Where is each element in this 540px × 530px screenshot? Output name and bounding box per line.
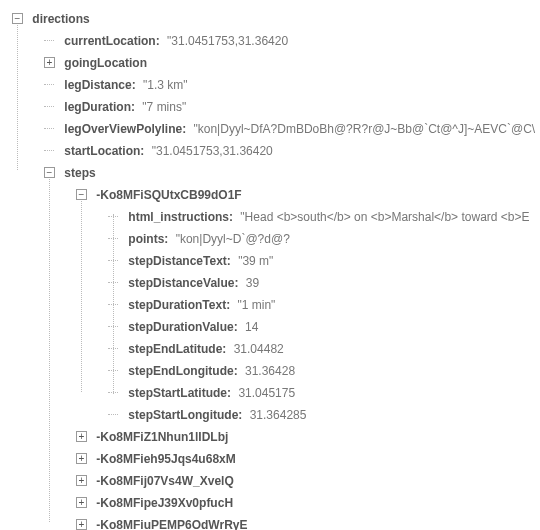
node-step-1[interactable]: -Ko8MFiZ1Nhun1lIDLbj — [12, 426, 540, 448]
field-value: 31.045175 — [238, 386, 295, 400]
leaf-icon — [108, 365, 119, 376]
node-stepStartLongitude[interactable]: stepStartLongitude: 31.364285 — [12, 404, 540, 426]
leaf-icon — [44, 79, 55, 90]
field-value: "1 min" — [237, 298, 275, 312]
leaf-icon — [108, 233, 119, 244]
expand-icon[interactable] — [76, 453, 87, 464]
tree-root: directions currentLocation: "31.0451753,… — [0, 0, 540, 530]
leaf-icon — [108, 343, 119, 354]
leaf-icon — [108, 387, 119, 398]
field-value: "39 m" — [238, 254, 273, 268]
field-value: "7 mins" — [142, 100, 186, 114]
expand-icon[interactable] — [76, 475, 87, 486]
leaf-icon — [108, 277, 119, 288]
collapse-icon[interactable] — [76, 189, 87, 200]
node-label: -Ko8MFieh95Jqs4u68xM — [96, 452, 235, 466]
field-key: stepDurationValue: — [128, 320, 237, 334]
collapse-icon[interactable] — [44, 167, 55, 178]
field-key: legDuration: — [64, 100, 135, 114]
field-value: 39 — [246, 276, 259, 290]
node-stepDistanceValue[interactable]: stepDistanceValue: 39 — [12, 272, 540, 294]
node-label: directions — [32, 12, 89, 26]
field-value: "Head <b>south</b> on <b>Marshal</b> tow… — [240, 210, 529, 224]
node-html-instructions[interactable]: html_instructions: "Head <b>south</b> on… — [12, 206, 540, 228]
leaf-icon — [108, 255, 119, 266]
field-value: "1.3 km" — [143, 78, 188, 92]
node-currentLocation[interactable]: currentLocation: "31.0451753,31.36420 — [12, 30, 540, 52]
node-legDuration[interactable]: legDuration: "7 mins" — [12, 96, 540, 118]
field-key: stepDistanceValue: — [128, 276, 238, 290]
node-stepEndLongitude[interactable]: stepEndLongitude: 31.36428 — [12, 360, 540, 382]
expand-icon[interactable] — [76, 497, 87, 508]
field-key: stepEndLongitude: — [128, 364, 237, 378]
node-step-4[interactable]: -Ko8MFipeJ39Xv0pfucH — [12, 492, 540, 514]
field-value: "kon|Dyyl~DfA?DmBDoBh@?R?r@J~Bb@`Ct@^J]~… — [194, 122, 536, 136]
node-step-5[interactable]: -Ko8MFiuPEMP6OdWrRyE — [12, 514, 540, 530]
expand-icon[interactable] — [44, 57, 55, 68]
field-value: 14 — [245, 320, 258, 334]
field-key: stepStartLatitude: — [128, 386, 231, 400]
field-key: stepEndLatitude: — [128, 342, 226, 356]
node-step-3[interactable]: -Ko8MFij07Vs4W_XvelQ — [12, 470, 540, 492]
field-key: stepDurationText: — [128, 298, 230, 312]
field-key: currentLocation: — [64, 34, 159, 48]
node-legDistance[interactable]: legDistance: "1.3 km" — [12, 74, 540, 96]
node-label: -Ko8MFij07Vs4W_XvelQ — [96, 474, 233, 488]
node-label: -Ko8MFiZ1Nhun1lIDLbj — [96, 430, 228, 444]
node-step-0[interactable]: -Ko8MFiSQUtxCB99dO1F — [12, 184, 540, 206]
field-value: 31.364285 — [250, 408, 307, 422]
node-label: -Ko8MFipeJ39Xv0pfucH — [96, 496, 233, 510]
collapse-icon[interactable] — [12, 13, 23, 24]
node-stepDistanceText[interactable]: stepDistanceText: "39 m" — [12, 250, 540, 272]
node-points[interactable]: points: "kon|Dyyl~D`@?d@? — [12, 228, 540, 250]
node-steps[interactable]: steps — [12, 162, 540, 184]
node-stepDurationValue[interactable]: stepDurationValue: 14 — [12, 316, 540, 338]
expand-icon[interactable] — [76, 519, 87, 530]
field-value: 31.36428 — [245, 364, 295, 378]
node-legOverViewPolyline[interactable]: legOverViewPolyline: "kon|Dyyl~DfA?DmBDo… — [12, 118, 540, 140]
node-label: -Ko8MFiuPEMP6OdWrRyE — [96, 518, 247, 530]
field-key: startLocation: — [64, 144, 144, 158]
leaf-icon — [108, 321, 119, 332]
node-label: steps — [64, 166, 95, 180]
leaf-icon — [108, 409, 119, 420]
field-key: html_instructions: — [128, 210, 233, 224]
leaf-icon — [44, 35, 55, 46]
field-value: "kon|Dyyl~D`@?d@? — [176, 232, 290, 246]
field-key: legDistance: — [64, 78, 135, 92]
field-key: stepStartLongitude: — [128, 408, 242, 422]
node-directions[interactable]: directions — [12, 8, 540, 30]
leaf-icon — [44, 145, 55, 156]
node-label: goingLocation — [64, 56, 147, 70]
field-value: "31.0451753,31.36420 — [167, 34, 288, 48]
leaf-icon — [44, 101, 55, 112]
expand-icon[interactable] — [76, 431, 87, 442]
leaf-icon — [108, 299, 119, 310]
field-key: legOverViewPolyline: — [64, 122, 186, 136]
field-key: points: — [128, 232, 168, 246]
node-stepStartLatitude[interactable]: stepStartLatitude: 31.045175 — [12, 382, 540, 404]
field-value: 31.04482 — [234, 342, 284, 356]
field-key: stepDistanceText: — [128, 254, 230, 268]
leaf-icon — [44, 123, 55, 134]
node-label: -Ko8MFiSQUtxCB99dO1F — [96, 188, 241, 202]
field-value: "31.0451753,31.36420 — [152, 144, 273, 158]
node-startLocation[interactable]: startLocation: "31.0451753,31.36420 — [12, 140, 540, 162]
leaf-icon — [108, 211, 119, 222]
node-stepDurationText[interactable]: stepDurationText: "1 min" — [12, 294, 540, 316]
node-goingLocation[interactable]: goingLocation — [12, 52, 540, 74]
node-stepEndLatitude[interactable]: stepEndLatitude: 31.04482 — [12, 338, 540, 360]
node-step-2[interactable]: -Ko8MFieh95Jqs4u68xM — [12, 448, 540, 470]
